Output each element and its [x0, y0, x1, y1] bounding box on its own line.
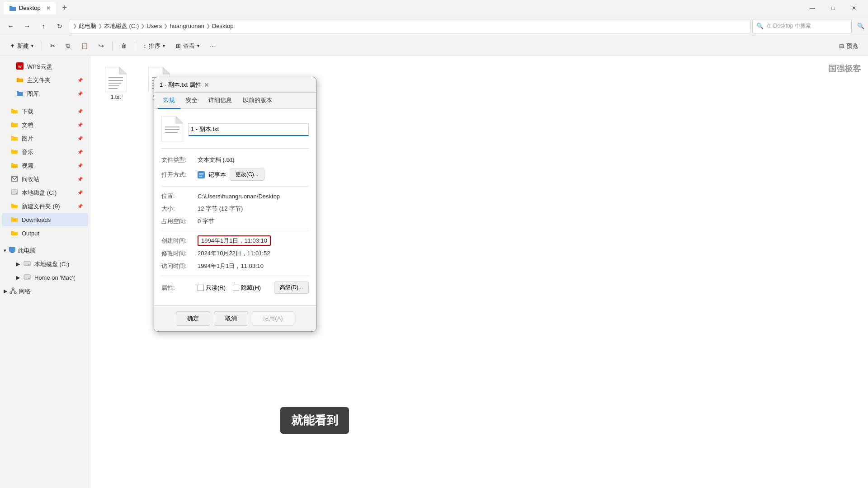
hidden-label: 隐藏(H): [241, 284, 261, 292]
search-placeholder: 在 Desktop 中搜索: [766, 22, 811, 30]
breadcrumb[interactable]: ❯ 此电脑 ❯ 本地磁盘 (C:) ❯ Users ❯ huangruonan …: [69, 19, 750, 33]
properties-dialog[interactable]: 1 - 副本.txt 属性 ✕ 常规 安全 详细信息 以前的版本: [154, 77, 316, 332]
new-button[interactable]: ✦ 新建 ▾: [5, 39, 38, 53]
dialog-filename-input[interactable]: [189, 123, 309, 136]
hidden-checkbox[interactable]: [233, 285, 239, 291]
svg-line-15: [11, 290, 13, 292]
sidebar-downloads-label: Downloads: [22, 216, 51, 223]
svg-point-12: [12, 288, 14, 290]
document-icon: [11, 121, 18, 129]
forward-button[interactable]: →: [20, 19, 34, 33]
preview-button[interactable]: ⊟ 预览: [835, 39, 863, 53]
sidebar-item-localdisk-c[interactable]: ▶ 本地磁盘 (C:): [2, 258, 88, 271]
titlebar-tab[interactable]: Desktop ✕: [4, 2, 56, 14]
search-expand-icon: 🔍: [857, 23, 864, 29]
change-button[interactable]: 更改(C)...: [230, 169, 264, 181]
dialog-tab-details[interactable]: 详细信息: [203, 93, 237, 109]
sidebar-homemac-label: Home on 'Mac'(: [34, 274, 75, 281]
dialog-body: 文件类型: 文本文档 (.txt) 打开方式: 记事本: [154, 109, 316, 305]
more-icon: ···: [210, 42, 215, 49]
tab-close-icon[interactable]: ✕: [46, 5, 51, 11]
view-button[interactable]: ⊞ 查看 ▾: [171, 39, 204, 53]
sidebar-section-thispc[interactable]: ▾ 此电脑: [0, 244, 90, 257]
dialog-tab-security[interactable]: 安全: [180, 93, 203, 109]
more-button[interactable]: ···: [206, 39, 220, 53]
sort-button[interactable]: ↕ 排序 ▾: [139, 39, 170, 53]
sidebar-item-inbox[interactable]: 问收站 📌: [2, 173, 88, 186]
output-icon: [11, 229, 18, 238]
delete-button[interactable]: 🗑: [116, 39, 131, 53]
created-value: 1994年1月1日，11:03:10: [198, 237, 309, 245]
ok-button[interactable]: 确定: [176, 311, 210, 326]
breadcrumb-desktop[interactable]: Desktop: [212, 23, 234, 29]
move-button[interactable]: ↪: [94, 39, 108, 53]
new-chevron: ▾: [31, 43, 33, 48]
sidebar-item-video[interactable]: 视频 📌: [2, 159, 88, 172]
breadcrumb-thispc[interactable]: 此电脑: [79, 22, 96, 30]
apply-button[interactable]: 应用(A): [252, 311, 294, 326]
attrs-label: 属性:: [161, 284, 198, 292]
sidebar-item-local-disk[interactable]: 本地磁盘 (C:) 📌: [2, 186, 88, 199]
dialog-close-button[interactable]: ✕: [201, 80, 212, 90]
refresh-button[interactable]: ↻: [52, 19, 67, 33]
dialog-footer: 确定 取消 应用(A): [154, 305, 316, 331]
pin7-icon: 📌: [77, 163, 83, 168]
sidebar-item-mainfolder[interactable]: 主文件夹 📌: [2, 74, 88, 87]
paste-button[interactable]: 📋: [76, 39, 93, 53]
sidebar-item-document[interactable]: 文档 📌: [2, 118, 88, 131]
sidebar-item-wps[interactable]: W WPS云盘: [2, 60, 88, 73]
separator-2: [161, 231, 309, 231]
sidebar-wps-label: WPS云盘: [27, 63, 52, 71]
back-button[interactable]: ←: [4, 19, 18, 33]
delete-icon: 🗑: [121, 42, 127, 49]
advanced-button[interactable]: 高级(D)...: [274, 282, 309, 294]
sidebar-item-home-mac[interactable]: ▶ Home on 'Mac'(: [2, 271, 88, 284]
copy-button[interactable]: ⧉: [61, 39, 75, 53]
svg-rect-5: [9, 247, 15, 252]
disksize-label: 占用空间:: [161, 217, 198, 225]
size-value: 12 字节 (12 字节): [198, 205, 309, 213]
openwith-value-area: 记事本 更改(C)...: [198, 169, 309, 181]
dialog-row-openwith: 打开方式: 记事本 更改(C)...: [161, 169, 309, 181]
preview-label: 预览: [846, 42, 858, 50]
cut-button[interactable]: ✂: [46, 39, 60, 53]
preview-area: ⊟ 预览: [835, 39, 863, 53]
readonly-checkbox-item[interactable]: 只读(R): [198, 284, 226, 292]
cancel-button[interactable]: 取消: [214, 311, 248, 326]
search-expand-btn[interactable]: 🔍: [857, 23, 864, 29]
sidebar-item-newfolder[interactable]: 新建文件夹 (9) 📌: [2, 200, 88, 213]
sidebar-item-music[interactable]: 音乐 📌: [2, 145, 88, 159]
dialog-row-disksize: 占用空间: 0 字节: [161, 217, 309, 225]
breadcrumb-sep2: ❯: [141, 23, 145, 29]
sidebar-item-gallery[interactable]: 图库 📌: [2, 87, 88, 100]
dialog-tab-general[interactable]: 常规: [158, 93, 180, 109]
svg-marker-25: [163, 67, 170, 74]
sidebar-item-downloads[interactable]: Downloads: [2, 213, 88, 226]
readonly-checkbox[interactable]: [198, 285, 204, 291]
folder-icon: [9, 5, 16, 12]
hidden-checkbox-item[interactable]: 隐藏(H): [233, 284, 261, 292]
music-icon: [11, 148, 18, 156]
up-button[interactable]: ↑: [36, 19, 51, 33]
breadcrumb-users[interactable]: Users: [146, 23, 162, 29]
svg-line-16: [13, 290, 15, 292]
add-tab-button[interactable]: +: [58, 1, 71, 15]
minimize-button[interactable]: —: [802, 0, 823, 16]
sidebar-item-output[interactable]: Output: [2, 227, 88, 240]
svg-point-11: [28, 278, 30, 279]
view-label: 查看: [183, 42, 195, 50]
sidebar-section-network[interactable]: ▶ 网络: [0, 285, 90, 298]
tab-label: Desktop: [19, 5, 41, 11]
dialog-tab-previous[interactable]: 以前的版本: [237, 93, 278, 109]
file-item-1txt[interactable]: 1.txt: [98, 63, 134, 105]
breadcrumb-c[interactable]: 本地磁盘 (C:): [104, 22, 139, 30]
sidebar-item-download[interactable]: 下载 📌: [2, 105, 88, 118]
maximize-button[interactable]: □: [823, 0, 844, 16]
sidebar-inbox-label: 问收站: [22, 175, 39, 183]
breadcrumb-user[interactable]: huangruonan: [170, 23, 204, 29]
close-button[interactable]: ✕: [844, 0, 864, 16]
search-bar[interactable]: 🔍 在 Desktop 中搜索: [752, 19, 852, 33]
dialog-file-icon: [161, 116, 183, 143]
sidebar-item-picture[interactable]: 图片 📌: [2, 132, 88, 145]
openwith-value: 记事本: [208, 171, 226, 179]
